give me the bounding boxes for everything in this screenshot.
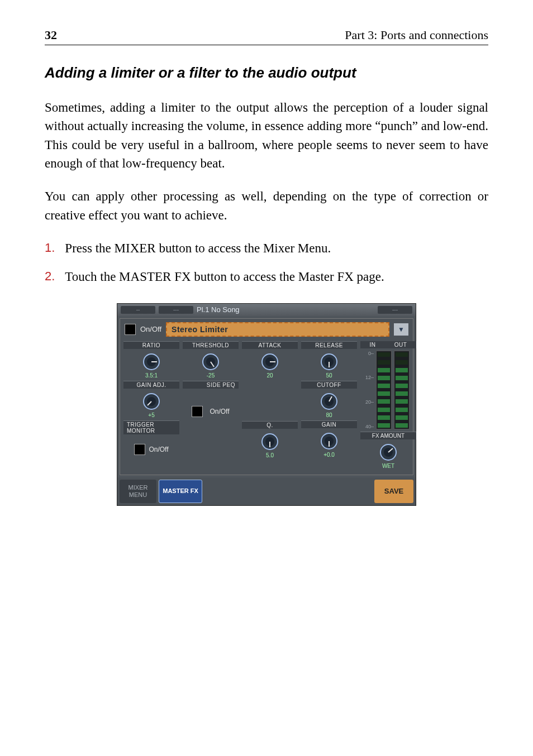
trigger-onoff-checkbox[interactable] xyxy=(134,444,145,455)
header-row: 32 Part 3: Ports and connections xyxy=(45,28,488,42)
cell-threshold: THRESHOLD -25 xyxy=(183,341,239,381)
step-1: 1. Press the MIXER button to access the … xyxy=(45,239,488,257)
fx-onoff-checkbox[interactable] xyxy=(125,324,136,335)
header-divider xyxy=(45,45,488,45)
titlebar-left2[interactable]: --- xyxy=(159,306,193,314)
paragraph-1: Sometimes, adding a limiter to the outpu… xyxy=(45,98,488,173)
page: 32 Part 3: Ports and connections Adding … xyxy=(0,0,533,756)
knob-area: RATIO 3.5:1 GAIN ADJ. +5 T xyxy=(120,341,413,475)
col-4: RELEASE 50 CUTOFF 80 GAIN xyxy=(301,341,357,471)
label-fxamount: FX AMOUNT xyxy=(360,432,416,439)
trigger-onoff-row: On/Off xyxy=(123,434,179,465)
cell-fxamount: FX AMOUNT WET xyxy=(360,432,416,471)
cell-attack: ATTACK 20 xyxy=(242,341,298,381)
value-fxamount: WET xyxy=(360,463,416,469)
tab-spacer xyxy=(204,480,372,503)
meter-tick-12: 12– xyxy=(365,375,374,380)
sidepeq-onoff-label: On/Off xyxy=(210,408,229,415)
meter-tick-0: 0– xyxy=(368,351,374,356)
knob-ratio[interactable] xyxy=(142,352,161,371)
meter-scale: 0– 12– 20– 40– xyxy=(361,351,374,429)
knob-fxamount[interactable] xyxy=(379,443,398,462)
label-threshold: THRESHOLD xyxy=(183,342,239,349)
label-trigger: TRIGGER MONITOR xyxy=(123,421,179,434)
value-gain: +0.0 xyxy=(301,452,357,458)
knob-attack[interactable] xyxy=(260,352,279,371)
label-q: Q. xyxy=(242,422,298,429)
cell-sidepeq: SIDE PEQ On/Off xyxy=(183,381,239,429)
label-attack: ATTACK xyxy=(242,342,298,349)
sidepeq-onoff-row: On/Off xyxy=(183,396,239,427)
knob-q[interactable] xyxy=(260,432,279,451)
value-q: 5.0 xyxy=(242,452,298,458)
knob-gain[interactable] xyxy=(320,432,339,451)
label-cutoff: CUTOFF xyxy=(301,381,357,389)
titlebar-song: Pl.1 No Song xyxy=(197,305,374,314)
save-button[interactable]: SAVE xyxy=(374,480,413,503)
fx-dropdown-icon[interactable]: ▼ xyxy=(394,323,408,336)
meter-body: 0– 12– 20– 40– xyxy=(360,348,416,432)
value-gainadj: +5 xyxy=(123,412,179,418)
value-ratio: 3.5:1 xyxy=(123,372,179,379)
label-gainadj: GAIN ADJ. xyxy=(123,381,179,389)
cell-q: Q. 5.0 xyxy=(242,421,298,461)
value-threshold: -25 xyxy=(183,372,239,379)
trigger-onoff-label: On/Off xyxy=(149,446,168,453)
fx-name-field[interactable]: Stereo Limiter xyxy=(166,322,389,337)
col-1: RATIO 3.5:1 GAIN ADJ. +5 T xyxy=(123,341,179,471)
meter-in-label: IN xyxy=(370,342,376,348)
sidepeq-onoff-checkbox[interactable] xyxy=(192,406,203,417)
page-number: 32 xyxy=(45,28,57,42)
fx-header-row: On/Off Stereo Limiter ▼ xyxy=(120,319,413,341)
meter-in xyxy=(376,351,392,429)
step-2-number: 2. xyxy=(45,267,55,286)
col-3: ATTACK 20 Q. 5.0 xyxy=(242,341,298,471)
mixer-panel: -- --- Pl.1 No Song --- On/Off Stereo Li… xyxy=(117,303,416,506)
cell-cutoff: CUTOFF 80 xyxy=(301,381,357,420)
mixer-titlebar: -- --- Pl.1 No Song --- xyxy=(117,304,416,316)
cell-release: RELEASE 50 xyxy=(301,341,357,381)
value-release: 50 xyxy=(301,372,357,379)
fx-onoff-label: On/Off xyxy=(140,325,161,333)
label-ratio: RATIO xyxy=(123,342,179,349)
value-cutoff: 80 xyxy=(301,412,357,418)
meter-out xyxy=(394,351,410,429)
step-2: 2. Touch the MASTER FX button to access … xyxy=(45,267,488,286)
label-gain: GAIN xyxy=(301,421,357,428)
meter-header: IN OUT xyxy=(360,341,416,348)
col-meter: IN OUT 0– 12– 20– 40– xyxy=(360,341,416,471)
value-attack: 20 xyxy=(242,372,298,379)
cell-gain: GAIN +0.0 xyxy=(301,420,357,460)
mixer-tabs: MIXER MENU MASTER FX SAVE xyxy=(117,477,416,505)
label-sidepeq: SIDE PEQ xyxy=(183,381,239,389)
step-2-text: Touch the MASTER FX button to access the… xyxy=(65,267,488,286)
cell-sidepeq-spacer xyxy=(242,381,298,421)
section-title: Adding a limiter or a filter to the audi… xyxy=(45,64,488,82)
meter-tick-40: 40– xyxy=(365,424,374,429)
knob-threshold[interactable] xyxy=(201,352,220,371)
step-1-number: 1. xyxy=(45,239,55,257)
tab-master-fx[interactable]: MASTER FX xyxy=(159,480,202,503)
knob-release[interactable] xyxy=(320,352,339,371)
cell-empty-trigger xyxy=(183,429,239,471)
tab-mixer-menu[interactable]: MIXER MENU xyxy=(120,480,156,503)
knob-gainadj[interactable] xyxy=(142,392,161,411)
titlebar-left1[interactable]: -- xyxy=(121,306,155,314)
step-1-text: Press the MIXER button to access the Mix… xyxy=(65,239,488,257)
part-title: Part 3: Ports and connections xyxy=(345,28,488,42)
paragraph-2: You can apply other processing as well, … xyxy=(45,187,488,224)
steps: 1. Press the MIXER button to access the … xyxy=(45,239,488,286)
meter-out-label: OUT xyxy=(394,342,407,348)
cell-gainadj: GAIN ADJ. +5 xyxy=(123,381,179,420)
cell-ratio: RATIO 3.5:1 xyxy=(123,341,179,381)
col-2: THRESHOLD -25 SIDE PEQ On/Off xyxy=(183,341,239,471)
meter-tick-20: 20– xyxy=(365,399,374,405)
mixer-inner: On/Off Stereo Limiter ▼ RATIO 3.5:1 GAIN… xyxy=(120,318,413,475)
titlebar-right[interactable]: --- xyxy=(378,306,412,314)
knob-cutoff[interactable] xyxy=(320,392,339,411)
cell-trigger: TRIGGER MONITOR On/Off xyxy=(123,420,179,463)
label-release: RELEASE xyxy=(301,342,357,349)
